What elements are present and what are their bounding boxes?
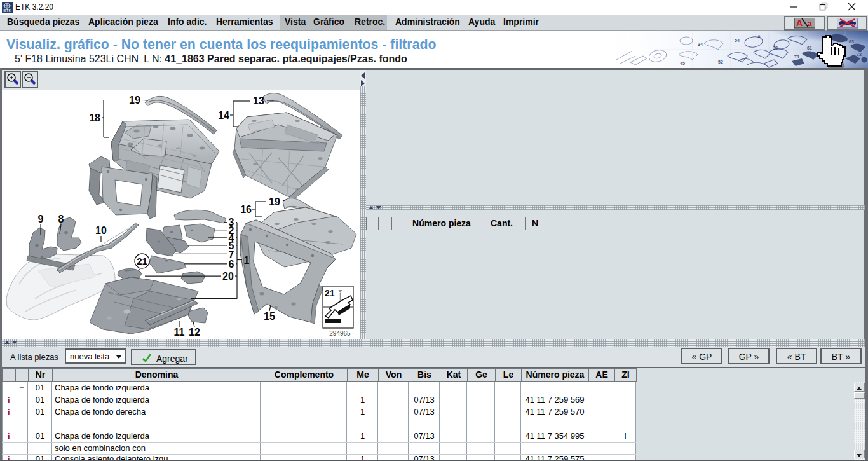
- svg-text:8: 8: [58, 214, 64, 224]
- svg-text:T1: T1: [794, 55, 799, 59]
- svg-text:10: 10: [95, 225, 107, 236]
- svg-text:9: 9: [38, 214, 44, 224]
- svg-text:11: 11: [174, 327, 185, 338]
- svg-text:38: 38: [773, 46, 778, 50]
- svg-text:14: 14: [218, 110, 229, 121]
- svg-text:20: 20: [222, 271, 234, 282]
- svg-text:A: A: [796, 18, 803, 28]
- svg-text:13: 13: [253, 95, 264, 106]
- svg-text:19: 19: [269, 196, 280, 207]
- svg-text:45: 45: [680, 61, 685, 65]
- svg-text:54: 54: [735, 38, 740, 43]
- svg-text:61: 61: [807, 46, 812, 50]
- svg-text:ETK: ETK: [3, 8, 11, 13]
- svg-text:21: 21: [325, 288, 335, 298]
- svg-text:294965: 294965: [329, 330, 351, 337]
- svg-text:15: 15: [264, 311, 275, 322]
- svg-text:12: 12: [189, 327, 200, 338]
- svg-text:18: 18: [89, 113, 100, 123]
- svg-text:1: 1: [244, 255, 250, 266]
- svg-text:21: 21: [137, 256, 147, 266]
- svg-text:6: 6: [229, 259, 234, 270]
- svg-text:19: 19: [129, 95, 140, 106]
- svg-text:63: 63: [849, 39, 854, 44]
- svg-text:72: 72: [857, 52, 862, 57]
- svg-text:34: 34: [698, 42, 703, 46]
- svg-text:A: A: [757, 34, 761, 39]
- svg-text:16: 16: [240, 204, 252, 215]
- svg-text:52: 52: [718, 60, 723, 64]
